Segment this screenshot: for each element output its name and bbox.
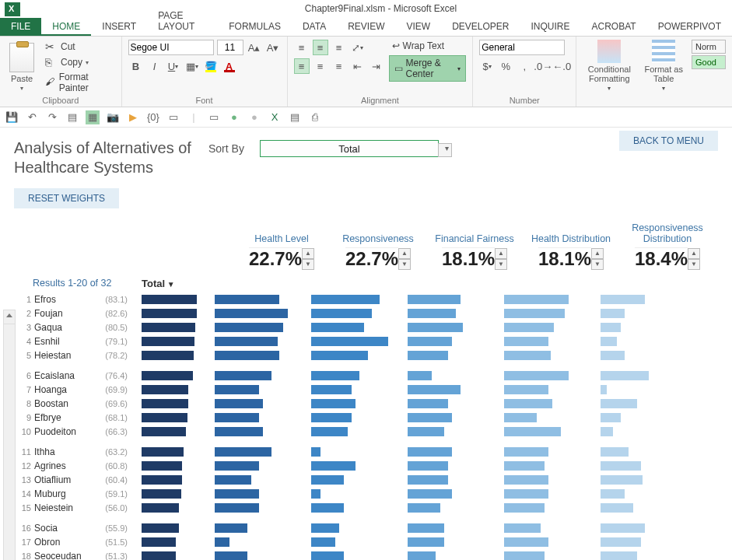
alternative-name: Foujan	[31, 308, 96, 319]
criteria-weight-spinner[interactable]: ▲▼	[302, 248, 314, 270]
total-score: (69.6)	[96, 399, 132, 408]
fill-color-button[interactable]: 🪣	[203, 58, 219, 74]
decrease-font-button[interactable]: A▾	[265, 40, 281, 55]
result-row: 15Neiestein(56.0)	[14, 501, 732, 515]
tab-data[interactable]: DATA	[292, 18, 337, 36]
tab-view[interactable]: VIEW	[395, 18, 441, 36]
increase-decimal-button[interactable]: .0→	[535, 58, 551, 74]
qat-circle-grey[interactable]: ●	[247, 110, 261, 124]
criteria-weight-spinner[interactable]: ▲▼	[398, 248, 411, 270]
style-normal[interactable]: Norm	[692, 40, 726, 54]
tab-developer[interactable]: DEVELOPER	[441, 18, 520, 36]
criteria-weight: 22.7%	[345, 247, 398, 270]
criteria-header: Health Level22.7%▲▼Responsiveness22.7%▲▼…	[14, 222, 732, 270]
qat-excel-icon[interactable]: X	[268, 110, 282, 124]
worksheet-area: BACK TO MENU Analysis of Alternatives of…	[0, 128, 732, 560]
qat-circle-green[interactable]: ●	[227, 110, 241, 124]
qat-icon-8[interactable]: ⎙	[308, 110, 322, 124]
criteria-bar	[215, 551, 247, 560]
results-scrollbar[interactable]	[3, 310, 16, 560]
total-column-header[interactable]: Total	[142, 278, 175, 289]
criteria-bar	[408, 461, 448, 471]
rank: 9	[14, 413, 31, 422]
qat-icon-7[interactable]: ▤	[288, 110, 302, 124]
criteria-bar	[215, 413, 259, 422]
criteria-bar	[311, 371, 359, 380]
criteria-bar	[311, 551, 344, 560]
criteria-weight-spinner[interactable]: ▲▼	[591, 248, 604, 270]
comma-button[interactable]: ,	[517, 58, 532, 74]
conditional-formatting-button[interactable]: Conditional Formatting▾	[583, 40, 636, 92]
tab-file[interactable]: FILE	[0, 18, 41, 36]
undo-button[interactable]: ↶	[25, 110, 39, 124]
format-as-table-button[interactable]: Format as Table▾	[640, 40, 687, 92]
sort-by-select[interactable]: Total	[260, 140, 439, 157]
font-color-button[interactable]: A	[222, 58, 237, 74]
total-bar	[142, 371, 193, 380]
alternative-name: Heiestan	[31, 350, 96, 361]
bold-button[interactable]: B	[128, 58, 144, 74]
font-name-select[interactable]	[128, 40, 214, 55]
group-styles: Conditional Formatting▾ Format as Table▾…	[576, 37, 732, 107]
tab-inquire[interactable]: INQUIRE	[520, 18, 581, 36]
underline-button[interactable]: U▾	[166, 58, 181, 74]
total-score: (51.3)	[96, 551, 132, 560]
alternative-name: Gaqua	[31, 322, 96, 333]
tab-review[interactable]: REVIEW	[337, 18, 395, 36]
increase-font-button[interactable]: A▴	[247, 40, 262, 55]
copy-button[interactable]: Copy▾	[42, 55, 115, 69]
qat-icon-2[interactable]: ▦	[86, 110, 100, 124]
back-to-menu-button[interactable]: BACK TO MENU	[619, 131, 718, 151]
qat-icon-4[interactable]: {0}	[146, 110, 160, 124]
rank: 18	[14, 551, 31, 560]
tab-insert[interactable]: INSERT	[91, 18, 147, 36]
rank: 1	[14, 295, 31, 304]
tab-acrobat[interactable]: ACROBAT	[581, 18, 647, 36]
merge-center-button[interactable]: ▭Merge & Center▾	[389, 55, 467, 82]
redo-button[interactable]: ↷	[45, 110, 59, 124]
align-bottom-button[interactable]: ≡	[331, 40, 347, 55]
quick-access-toolbar: 💾 ↶ ↷ ▤ ▦ 📷 ▶ {0} ▭ | ▭ ● ● X ▤ ⎙	[0, 107, 732, 128]
decrease-decimal-button[interactable]: ←.0	[554, 58, 569, 74]
style-good[interactable]: Good	[692, 55, 726, 69]
criteria-weight-spinner[interactable]: ▲▼	[688, 248, 700, 270]
format-painter-button[interactable]: Format Painter	[42, 71, 115, 94]
result-row: 16Socia(55.9)	[14, 521, 732, 535]
currency-button[interactable]: $▾	[479, 58, 495, 74]
decrease-indent-button[interactable]: ⇤	[350, 58, 366, 74]
criteria-bar	[311, 475, 344, 485]
align-top-button[interactable]: ≡	[294, 40, 310, 55]
qat-icon-5[interactable]: ▭	[166, 110, 180, 124]
qat-icon-3[interactable]: ▶	[126, 110, 140, 124]
tab-formulas[interactable]: FORMULAS	[218, 18, 292, 36]
paste-button[interactable]: Paste ▾	[6, 40, 37, 94]
criteria-bar	[311, 337, 388, 346]
percent-button[interactable]: %	[498, 58, 513, 74]
tab-page-layout[interactable]: PAGE LAYOUT	[147, 7, 218, 36]
border-button[interactable]: ▦▾	[184, 58, 200, 74]
total-bar	[142, 551, 176, 560]
increase-indent-button[interactable]: ⇥	[369, 58, 384, 74]
qat-icon-1[interactable]: ▤	[65, 110, 79, 124]
tab-powerpivot[interactable]: POWERPIVOT	[647, 18, 732, 36]
result-row: 6Ecaislana(76.4)	[14, 369, 732, 383]
criteria-bar	[601, 399, 637, 408]
result-row: 9Efbrye(68.1)	[14, 411, 732, 425]
font-size-select[interactable]	[217, 40, 243, 55]
reset-weights-button[interactable]: RESET WEIGHTS	[14, 188, 119, 208]
italic-button[interactable]: I	[147, 58, 163, 74]
number-format-select[interactable]	[479, 40, 565, 55]
criteria-bar	[601, 309, 625, 318]
wrap-text-button[interactable]: ↩Wrap Text	[389, 40, 467, 52]
align-center-button[interactable]: ≡	[313, 58, 328, 74]
criteria-weight-spinner[interactable]: ▲▼	[495, 248, 507, 270]
qat-icon-6[interactable]: ▭	[207, 110, 221, 124]
camera-icon[interactable]: 📷	[106, 110, 120, 124]
align-left-button[interactable]: ≡	[294, 58, 310, 74]
align-middle-button[interactable]: ≡	[313, 40, 328, 55]
cut-button[interactable]: Cut	[42, 40, 115, 54]
orientation-button[interactable]: ⤢▾	[350, 40, 366, 55]
tab-home[interactable]: HOME	[41, 18, 91, 36]
save-button[interactable]: 💾	[5, 110, 19, 124]
align-right-button[interactable]: ≡	[331, 58, 347, 74]
